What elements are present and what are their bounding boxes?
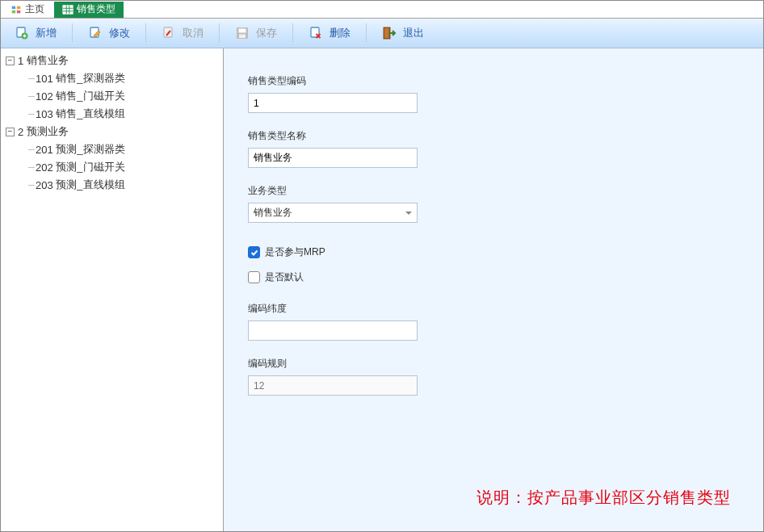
toolbar-separator [219, 23, 220, 43]
tree-node-sales-102[interactable]: ┈ 102 销售_门磁开关 [1, 87, 223, 105]
collapse-icon[interactable]: − [6, 128, 15, 136]
edit-button[interactable]: 修改 [79, 22, 139, 44]
svg-rect-18 [384, 28, 388, 38]
toolbar-separator [292, 23, 293, 43]
tree-node-forecast-202[interactable]: ┈ 202 预测_门磁开关 [1, 158, 223, 176]
input-code[interactable] [248, 93, 418, 113]
tree-connector: ┈ [28, 161, 34, 174]
svg-rect-4 [63, 5, 73, 14]
cancel-button: 取消 [153, 22, 212, 44]
select-biztype-value: 销售业务 [254, 206, 292, 220]
tree-connector: ┈ [28, 90, 34, 103]
tree-connector: ┈ [28, 73, 34, 85]
input-rule[interactable] [248, 375, 418, 396]
tree-label: 销售_探测器类 [56, 71, 124, 86]
tree-label: 预测业务 [27, 124, 69, 139]
tab-home[interactable]: 主页 [2, 2, 52, 18]
tree-code: 101 [36, 73, 53, 85]
label-code: 销售类型编码 [248, 74, 739, 88]
save-button-label: 保存 [256, 26, 277, 40]
main-area: − 1 销售业务 ┈ 101 销售_探测器类 ┈ 102 销售_门磁开关 ┈ 1… [1, 48, 763, 531]
home-icon [10, 4, 22, 15]
form-panel: 销售类型编码 销售类型名称 业务类型 销售业务 是否参与MRP 是否默认 [224, 48, 763, 531]
tree-label: 预测_探测器类 [56, 142, 124, 157]
svg-rect-15 [239, 35, 246, 39]
add-button-label: 新增 [36, 26, 57, 40]
tab-home-label: 主页 [25, 2, 44, 16]
field-rule: 编码规则 [248, 357, 739, 396]
input-name[interactable] [248, 148, 418, 168]
tab-sales-type-label: 销售类型 [77, 2, 115, 16]
field-mrp[interactable]: 是否参与MRP [248, 245, 739, 259]
tab-bar: 主页 销售类型 [1, 1, 763, 19]
chevron-down-icon [405, 212, 412, 215]
tree-label: 销售_门磁开关 [56, 89, 124, 103]
tab-sales-type[interactable]: 销售类型 [54, 2, 124, 18]
tree-connector: ┈ [28, 179, 34, 191]
delete-icon [309, 26, 323, 40]
svg-rect-2 [12, 10, 15, 13]
field-default[interactable]: 是否默认 [248, 270, 739, 284]
delete-button[interactable]: 删除 [300, 22, 359, 44]
field-code: 销售类型编码 [248, 74, 739, 113]
add-button[interactable]: 新增 [6, 22, 65, 44]
tree-node-sales-101[interactable]: ┈ 101 销售_探测器类 [1, 69, 223, 87]
tree-label: 预测_门磁开关 [56, 160, 124, 174]
tree-connector: ┈ [28, 108, 34, 120]
tree-node-sales[interactable]: − 1 销售业务 [1, 52, 223, 69]
tree-code: 1 [18, 55, 23, 67]
tree-code: 202 [36, 161, 53, 174]
svg-rect-1 [17, 6, 20, 9]
tree-node-forecast[interactable]: − 2 预测业务 [1, 123, 223, 140]
add-icon [15, 26, 29, 40]
tree-node-forecast-203[interactable]: ┈ 203 预测_直线模组 [1, 176, 223, 194]
tree-code: 103 [36, 108, 53, 120]
tree-code: 203 [36, 179, 53, 191]
toolbar-separator [366, 23, 367, 43]
toolbar-separator [72, 23, 73, 43]
field-name: 销售类型名称 [248, 129, 739, 168]
tree-code: 102 [36, 90, 53, 103]
collapse-icon[interactable]: − [6, 57, 15, 65]
tree-code: 201 [36, 144, 53, 156]
grid-icon [62, 4, 73, 15]
checkbox-default[interactable] [248, 271, 260, 283]
label-biztype: 业务类型 [248, 184, 739, 198]
edit-button-label: 修改 [109, 26, 130, 40]
toolbar: 新增 修改 取消 保存 删除 退出 [1, 19, 763, 48]
cancel-icon [162, 26, 176, 40]
checkbox-mrp[interactable] [248, 246, 260, 258]
svg-rect-0 [12, 6, 15, 9]
tree-label: 销售_直线模组 [56, 107, 124, 121]
cancel-button-label: 取消 [183, 26, 204, 40]
tree-panel: − 1 销售业务 ┈ 101 销售_探测器类 ┈ 102 销售_门磁开关 ┈ 1… [1, 48, 224, 531]
tree-node-forecast-201[interactable]: ┈ 201 预测_探测器类 [1, 140, 223, 158]
field-biztype: 业务类型 销售业务 [248, 184, 739, 223]
label-rule: 编码规则 [248, 357, 739, 371]
svg-rect-12 [164, 27, 172, 37]
exit-button-label: 退出 [403, 26, 424, 40]
edit-icon [88, 26, 103, 40]
delete-button-label: 删除 [330, 26, 351, 40]
select-biztype[interactable]: 销售业务 [248, 203, 418, 223]
svg-rect-3 [17, 10, 20, 13]
tree-node-sales-103[interactable]: ┈ 103 销售_直线模组 [1, 105, 223, 123]
save-button: 保存 [226, 22, 286, 44]
field-dim: 编码纬度 [248, 302, 739, 341]
save-icon [235, 26, 250, 40]
tree-label: 销售业务 [27, 53, 69, 68]
exit-button[interactable]: 退出 [373, 22, 433, 44]
label-default: 是否默认 [265, 270, 304, 284]
label-dim: 编码纬度 [248, 302, 739, 316]
svg-rect-14 [239, 29, 246, 33]
note-text: 说明：按产品事业部区分销售类型 [476, 487, 731, 509]
tree-code: 2 [18, 126, 23, 138]
label-name: 销售类型名称 [248, 129, 739, 143]
tree-connector: ┈ [28, 144, 34, 156]
toolbar-separator [145, 23, 146, 43]
exit-icon [382, 26, 397, 40]
label-mrp: 是否参与MRP [265, 245, 325, 259]
tree-label: 预测_直线模组 [56, 178, 124, 192]
input-dim[interactable] [248, 320, 418, 341]
